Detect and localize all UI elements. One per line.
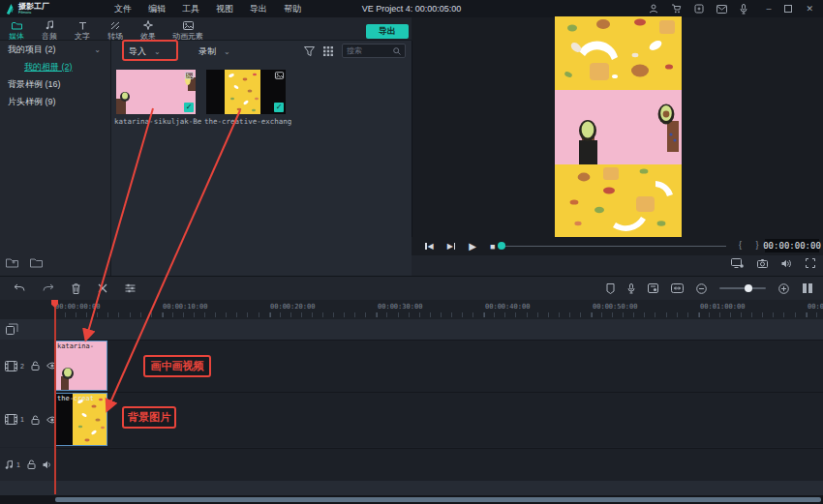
library-item-intro-samples[interactable]: 片头样例 (9): [0, 93, 110, 110]
split-scissors-icon[interactable]: [98, 283, 107, 293]
ruler-label: 00:0: [808, 303, 823, 311]
manage-tracks-icon[interactable]: [6, 323, 18, 335]
filter-icon[interactable]: [304, 46, 315, 56]
lock-icon[interactable]: [31, 415, 40, 425]
scrollbar-thumb[interactable]: [55, 497, 821, 502]
feedback-mail-icon[interactable]: [716, 5, 727, 14]
video-track-icon: [5, 361, 17, 371]
library-item-background-samples[interactable]: 背景样例 (16): [0, 75, 110, 93]
timeline-clip-katarina[interactable]: katarina-: [54, 341, 107, 391]
clip-label: the-creat: [57, 395, 94, 402]
record-dropdown[interactable]: 录制 ⌄: [198, 45, 230, 58]
tab-transitions[interactable]: 转场: [99, 17, 132, 42]
timeline-clip-creative-exchange[interactable]: the-creat: [54, 393, 107, 446]
next-frame-button[interactable]: ▶: [447, 242, 456, 251]
menu-tools[interactable]: 工具: [182, 3, 199, 15]
ruler-label: 00:00:40:00: [485, 303, 530, 311]
tab-effects[interactable]: 效果: [132, 17, 165, 42]
media-item-katarina[interactable]: ✓: [116, 70, 196, 114]
microphone-icon[interactable]: [740, 4, 747, 15]
undo-icon[interactable]: [14, 283, 25, 293]
account-icon[interactable]: [649, 4, 658, 14]
import-dropdown[interactable]: 导入 ⌄: [129, 45, 161, 58]
volume-icon[interactable]: [781, 259, 792, 268]
preview-bottom-bar: [412, 255, 823, 276]
timeline-zoom-slider[interactable]: [719, 287, 766, 289]
menu-export[interactable]: 导出: [250, 3, 267, 15]
grid-view-icon[interactable]: [323, 46, 333, 56]
logo-subtext: Filmora: [18, 11, 49, 15]
lock-icon[interactable]: [31, 361, 40, 371]
window-minimize-button[interactable]: –: [766, 4, 771, 14]
fit-timeline-icon[interactable]: [671, 283, 684, 293]
audio-track-1-lane[interactable]: [55, 448, 823, 481]
ruler-label: 00:00:00:00: [55, 303, 100, 311]
media-library-icon[interactable]: [694, 4, 704, 14]
lock-icon[interactable]: [27, 460, 36, 469]
library-item-my-album[interactable]: 我的相册 (2): [0, 58, 110, 75]
window-maximize-button[interactable]: [784, 5, 792, 13]
media-item-name: the-creative-exchange-s: [204, 117, 291, 126]
voiceover-mic-icon[interactable]: [627, 283, 635, 294]
search-icon: [393, 47, 401, 55]
timeline-toolbar-right: [606, 282, 823, 294]
stop-button[interactable]: ■: [490, 242, 495, 252]
timeline-ruler[interactable]: 00:00:00:00 00:00:10:00 00:00:20:00 00:0…: [0, 300, 823, 319]
tab-media[interactable]: 媒体: [0, 17, 33, 42]
image-type-icon: [275, 72, 284, 81]
menu-view[interactable]: 视图: [216, 3, 233, 15]
annotation-background-image: 背景图片: [122, 406, 176, 429]
folder-icon[interactable]: [30, 257, 43, 268]
titlebar-icons: – ✕: [649, 4, 823, 15]
transition-icon: [110, 20, 120, 30]
ruler-label: 00:00:50:00: [593, 303, 637, 311]
menu-file[interactable]: 文件: [114, 3, 132, 15]
menu-edit[interactable]: 编辑: [148, 3, 166, 15]
tab-audio[interactable]: 音频: [33, 17, 66, 42]
tab-elements[interactable]: 动画元素: [165, 17, 211, 42]
timeline-scrollbar: [0, 495, 823, 504]
mark-in-out-icons[interactable]: { }: [739, 240, 765, 250]
effects-sparkle-icon: [143, 20, 153, 30]
chevron-down-icon: ⌄: [154, 47, 161, 56]
track-size-icon[interactable]: [802, 282, 813, 294]
video-track-1-header: 1: [0, 392, 55, 447]
scrubber-handle[interactable]: [498, 242, 505, 250]
audio-track-1-header: 1: [0, 448, 55, 481]
window-close-button[interactable]: ✕: [806, 4, 813, 14]
search-input[interactable]: 搜索: [342, 44, 406, 58]
new-folder-icon[interactable]: [6, 257, 18, 268]
library-item-my-projects[interactable]: 我的项目 (2) ⌄: [0, 41, 110, 58]
preview-video-frame: [555, 16, 682, 237]
display-device-icon[interactable]: [731, 258, 744, 268]
media-item-creative-exchange[interactable]: ✓: [206, 70, 286, 114]
zoom-out-icon[interactable]: [696, 283, 707, 294]
media-item-name: katarina-sikuljak-BeEn0: [114, 117, 201, 126]
redo-icon[interactable]: [43, 283, 54, 293]
chevron-down-icon[interactable]: ⌄: [94, 45, 101, 54]
zoom-slider-handle[interactable]: [745, 284, 752, 292]
fullscreen-icon[interactable]: [806, 258, 815, 268]
snapshot-camera-icon[interactable]: [757, 259, 768, 268]
play-button[interactable]: ▶: [469, 241, 476, 252]
media-toolbar: 导入 ⌄ 录制 ⌄ 搜索: [111, 41, 412, 64]
selected-check-icon: ✓: [184, 103, 194, 112]
app-logo: 摄影工厂 Filmora: [0, 3, 114, 15]
scrubber-track[interactable]: [503, 246, 726, 247]
image-type-icon: [185, 72, 194, 81]
marker-icon[interactable]: [606, 283, 615, 294]
mute-speaker-icon[interactable]: [43, 460, 53, 469]
tab-text[interactable]: 文字: [66, 17, 99, 42]
store-cart-icon[interactable]: [671, 4, 682, 14]
menu-bar: 文件 编辑 工具 视图 导出 帮助: [114, 3, 301, 15]
previous-frame-button[interactable]: ◀: [425, 242, 434, 251]
logo-icon: [5, 4, 15, 15]
audio-mixer-icon[interactable]: [648, 283, 658, 293]
track-number: 1: [16, 461, 20, 468]
zoom-in-icon[interactable]: [778, 283, 789, 294]
delete-trash-icon[interactable]: [72, 283, 80, 294]
advanced-settings-icon[interactable]: [125, 283, 136, 293]
export-button[interactable]: 导出: [366, 24, 409, 39]
video-track-2-header: 2: [0, 340, 55, 392]
menu-help[interactable]: 帮助: [284, 3, 301, 15]
